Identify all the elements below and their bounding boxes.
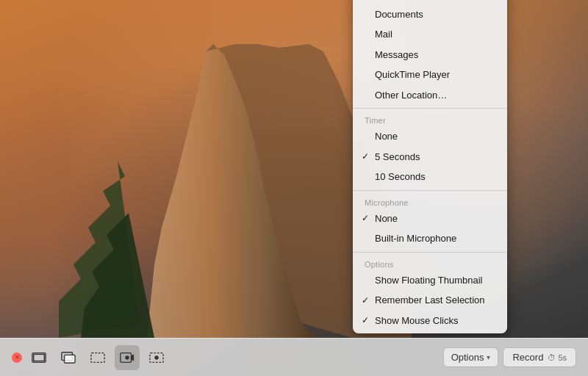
menu-item-timer-10s[interactable]: 10 Seconds bbox=[353, 167, 507, 187]
menu-item-remember-selection[interactable]: Remember Last Selection bbox=[353, 290, 507, 311]
menu-section-options: Options bbox=[353, 256, 507, 270]
svg-point-6 bbox=[125, 355, 129, 359]
menu-item-floating-thumbnail[interactable]: Show Floating Thumbnail bbox=[353, 270, 507, 291]
timer-icon: ⏱ bbox=[548, 353, 556, 362]
svg-point-8 bbox=[154, 355, 158, 359]
menu-item-other-location[interactable]: Other Location… bbox=[353, 85, 507, 106]
menu-divider-1 bbox=[353, 108, 507, 109]
options-chevron-icon: ▾ bbox=[487, 353, 490, 361]
menu-item-quicktime[interactable]: QuickTime Player bbox=[353, 65, 507, 85]
capture-selection-button[interactable] bbox=[85, 345, 110, 370]
options-button[interactable]: Options ▾ bbox=[443, 347, 499, 367]
svg-rect-3 bbox=[65, 355, 76, 363]
menu-section-microphone: Microphone bbox=[353, 194, 507, 209]
record-label: Record bbox=[512, 352, 543, 363]
record-screen-button[interactable] bbox=[115, 345, 140, 370]
menu-item-timer-5s[interactable]: 5 Seconds bbox=[353, 147, 507, 167]
menu-divider-2 bbox=[353, 190, 507, 191]
svg-rect-1 bbox=[34, 354, 45, 361]
menu-item-mail[interactable]: Mail bbox=[353, 24, 507, 45]
menu-item-messages[interactable]: Messages bbox=[353, 45, 507, 65]
menu-item-builtin-mic[interactable]: Built-in Microphone bbox=[353, 228, 507, 249]
close-button[interactable]: ✕ bbox=[12, 352, 22, 363]
context-menu: Save to Desktop Documents Mail Messages … bbox=[353, 0, 507, 333]
menu-item-documents[interactable]: Documents bbox=[353, 4, 507, 25]
capture-window-button[interactable] bbox=[56, 345, 81, 370]
capture-screen-button[interactable] bbox=[26, 345, 51, 370]
record-timer: ⏱ 5s bbox=[548, 353, 567, 362]
screenshot-toolbar: ✕ Options ▾ bbox=[0, 338, 588, 376]
menu-item-mic-none[interactable]: None bbox=[353, 209, 507, 229]
timer-value: 5s bbox=[558, 353, 567, 362]
menu-item-timer-none[interactable]: None bbox=[353, 126, 507, 147]
record-selection-button[interactable] bbox=[144, 345, 169, 370]
menu-item-show-mouse-clicks[interactable]: Show Mouse Clicks bbox=[353, 311, 507, 331]
options-label: Options bbox=[451, 352, 484, 363]
menu-section-timer: Timer bbox=[353, 112, 507, 126]
menu-divider-3 bbox=[353, 252, 507, 253]
record-button[interactable]: Record ⏱ 5s bbox=[503, 347, 576, 367]
svg-rect-4 bbox=[91, 352, 104, 362]
